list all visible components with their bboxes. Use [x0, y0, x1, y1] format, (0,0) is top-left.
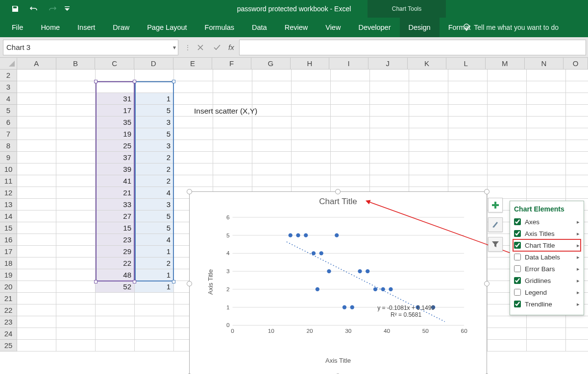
cell[interactable] [56, 246, 96, 257]
cell[interactable] [331, 70, 370, 81]
cell[interactable] [409, 128, 448, 140]
plot-area[interactable]: 01234560102030405060 y = -0.1081x + 6.14… [218, 214, 469, 341]
row-header[interactable]: 13 [0, 199, 17, 210]
cell[interactable] [56, 117, 96, 128]
row-header[interactable]: 20 [0, 281, 17, 293]
cell[interactable] [56, 70, 96, 81]
cell[interactable] [56, 140, 96, 152]
cell[interactable]: 21 [96, 187, 135, 199]
cell[interactable] [17, 328, 56, 340]
tab-design[interactable]: Design [400, 18, 440, 37]
cell[interactable] [527, 316, 566, 328]
cell[interactable]: 17 [96, 105, 135, 117]
cell[interactable] [56, 293, 96, 304]
cell[interactable] [488, 340, 527, 351]
chart-resize-handle[interactable] [187, 189, 192, 194]
cell[interactable] [213, 70, 252, 81]
qat-customize-button[interactable] [62, 0, 73, 18]
tab-page-layout[interactable]: Page Layout [138, 18, 196, 37]
col-header-L[interactable]: L [446, 58, 486, 69]
cell[interactable] [370, 105, 409, 117]
cell[interactable] [56, 199, 96, 210]
cell[interactable] [135, 81, 174, 93]
chart-styles-button[interactable] [488, 217, 503, 232]
cell[interactable] [566, 175, 588, 187]
row-header[interactable]: 25 [0, 340, 17, 351]
flyout-checkbox[interactable] [514, 218, 521, 225]
cell[interactable] [135, 304, 174, 316]
cell[interactable] [17, 93, 56, 105]
row-header[interactable]: 15 [0, 222, 17, 234]
cell[interactable]: 1 [135, 246, 174, 257]
cell[interactable] [56, 328, 96, 340]
cell[interactable] [17, 140, 56, 152]
cell[interactable] [17, 340, 56, 351]
flyout-item-gridlines[interactable]: Gridlines▸ [513, 275, 581, 286]
cell[interactable] [292, 164, 331, 175]
cell[interactable] [17, 316, 56, 328]
chevron-right-icon[interactable]: ▸ [577, 301, 580, 307]
cell[interactable] [292, 105, 331, 117]
chevron-right-icon[interactable]: ▸ [577, 231, 580, 237]
row-header[interactable]: 18 [0, 257, 17, 269]
col-header-I[interactable]: I [329, 58, 368, 69]
cell[interactable] [566, 316, 588, 328]
cell[interactable] [409, 164, 448, 175]
cell[interactable] [252, 175, 292, 187]
cell[interactable]: 19 [96, 128, 135, 140]
col-header-M[interactable]: M [486, 58, 525, 69]
cell[interactable] [448, 93, 488, 105]
accept-formula-button[interactable] [209, 40, 225, 55]
chevron-right-icon[interactable]: ▸ [577, 242, 580, 249]
row-header[interactable]: 14 [0, 210, 17, 222]
cell[interactable] [174, 70, 213, 81]
cell[interactable] [331, 152, 370, 164]
flyout-item-error-bars[interactable]: Error Bars▸ [513, 263, 581, 275]
cell[interactable] [448, 117, 488, 128]
cell[interactable]: 5 [135, 210, 174, 222]
cell[interactable] [56, 175, 96, 187]
cell[interactable] [292, 81, 331, 93]
cell[interactable] [527, 93, 566, 105]
flyout-checkbox[interactable] [514, 230, 521, 237]
cell[interactable] [566, 93, 588, 105]
cell[interactable]: 5 [135, 128, 174, 140]
select-all-corner[interactable] [0, 58, 17, 69]
cell[interactable] [566, 117, 588, 128]
cell[interactable] [56, 152, 96, 164]
flyout-item-axes[interactable]: Axes▸ [513, 216, 581, 228]
cell[interactable] [409, 152, 448, 164]
row-header[interactable]: 10 [0, 164, 17, 175]
row-header[interactable]: 19 [0, 269, 17, 281]
cell[interactable] [370, 164, 409, 175]
cell[interactable] [252, 164, 292, 175]
cell[interactable] [96, 316, 135, 328]
cell[interactable] [488, 70, 527, 81]
cell[interactable] [135, 70, 174, 81]
cell[interactable] [135, 328, 174, 340]
cell[interactable] [252, 140, 292, 152]
cell[interactable]: 33 [96, 199, 135, 210]
cell[interactable]: 39 [96, 164, 135, 175]
cell[interactable]: 2 [135, 164, 174, 175]
cell[interactable] [17, 293, 56, 304]
row-header[interactable]: 21 [0, 293, 17, 304]
cell[interactable] [56, 304, 96, 316]
cell[interactable] [448, 140, 488, 152]
cell[interactable] [56, 128, 96, 140]
cell[interactable] [409, 81, 448, 93]
cell[interactable] [292, 140, 331, 152]
cell[interactable] [96, 70, 135, 81]
formula-input[interactable] [239, 40, 586, 55]
cell[interactable] [566, 328, 588, 340]
cell[interactable] [488, 117, 527, 128]
cell[interactable] [56, 340, 96, 351]
cancel-formula-button[interactable] [192, 40, 209, 55]
save-button[interactable] [6, 0, 24, 18]
chart-resize-handle[interactable] [187, 281, 192, 286]
cell[interactable]: 5 [135, 105, 174, 117]
row-header[interactable]: 24 [0, 328, 17, 340]
col-header-B[interactable]: B [56, 58, 96, 69]
flyout-checkbox[interactable] [514, 265, 521, 272]
chart-filters-button[interactable] [488, 237, 503, 252]
